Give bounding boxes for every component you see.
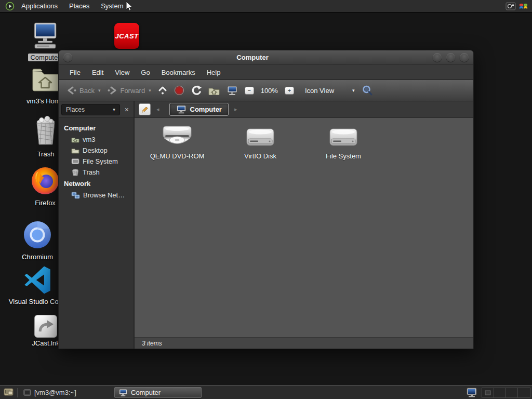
sidebar-item-desktop[interactable]: Desktop [59,145,134,156]
network-icon [71,192,80,199]
forward-dropdown-icon[interactable]: ▾ [149,88,151,93]
computer-button[interactable] [224,83,241,98]
sidebar-item-label: File System [83,157,118,165]
sidebar-pane-selector[interactable]: Places ▾ [61,104,120,115]
menu-bookmarks[interactable]: Bookmarks [156,66,201,79]
desktop-icon-label: Computer [28,54,62,61]
jcast-icon-text: JCAST [115,32,138,40]
distro-menu-icon[interactable] [4,1,16,11]
top-panel: Applications Places System [0,0,532,13]
menu-go[interactable]: Go [135,66,155,79]
menu-view[interactable]: View [109,66,135,79]
view-mode-selector[interactable]: Icon View ▾ [298,84,357,97]
workspace-monitor-icon[interactable] [466,387,477,398]
forward-arrow-icon [107,86,117,95]
task-computer[interactable]: Computer [114,387,202,398]
bottom-panel: [vm3@vm3:~] Computer [0,385,532,399]
sidebar-item-label: vm3 [83,136,96,143]
file-filesystem[interactable]: File System [312,124,375,160]
zoom-out-icon: − [245,87,254,95]
show-desktop-icon [4,388,14,397]
task-label: [vm3@vm3:~] [34,389,76,396]
sidebar-item-filesystem[interactable]: File System [59,156,134,167]
breadcrumb-label: Computer [190,105,222,113]
computer-icon [30,22,60,52]
sidebar-item-vm3[interactable]: vm3 [59,134,134,145]
menu-system[interactable]: System [95,0,129,12]
back-label: Back [79,87,95,95]
reload-button[interactable] [189,83,204,98]
stop-icon [174,85,184,96]
back-button[interactable]: Back ▾ [64,84,103,97]
workspace-switcher [482,388,530,398]
show-desktop-button[interactable] [2,387,15,398]
location-bar: ◂ Computer ▸ [135,101,473,118]
file-virtio-disk[interactable]: VirtIO Disk [229,124,291,160]
task-terminal[interactable]: [vm3@vm3:~] [20,387,107,398]
sidebar-tree: Computer vm3 Desktop File System Trash [59,118,134,201]
workspace-4[interactable] [518,388,530,397]
workspace-window-icon [485,390,491,395]
desktop-icon-label: Trash [37,150,55,158]
file-label: VirtIO Disk [244,152,276,160]
stop-button[interactable] [171,83,187,98]
pencil-icon [141,106,149,113]
desktop-icon-label: Firefox [35,199,56,207]
file-view: QEMU DVD-ROM VirtIO Disk [135,118,473,337]
chevron-down-icon: ▾ [113,107,115,112]
zoom-out-button[interactable]: − [242,84,257,97]
trash-icon [71,169,79,176]
breadcrumb-left-icon[interactable]: ◂ [155,106,161,113]
screenshot-tool-icon[interactable] [505,1,516,11]
menubar: File Edit View Go Bookmarks Help [59,65,473,79]
trash-icon [31,115,60,149]
close-button[interactable] [460,53,469,62]
desktop-icon-chromium[interactable]: Chromium [9,220,66,261]
main-pane: ◂ Computer ▸ QEMU D [135,101,473,349]
file-qemu-dvdrom[interactable]: QEMU DVD-ROM [146,124,208,160]
item-count: 3 items [142,340,162,347]
maximize-button[interactable] [446,53,455,62]
sidebar-item-browse-network[interactable]: Browse Net… [59,190,134,201]
window-menu-button[interactable] [63,53,72,62]
search-button[interactable] [359,82,376,99]
zoom-in-button[interactable]: + [282,84,297,97]
firefox-icon [30,165,60,197]
menu-applications[interactable]: Applications [16,0,63,12]
file-label: File System [326,152,361,160]
sidebar-close-button[interactable]: × [123,105,131,114]
back-arrow-icon [66,86,77,95]
edit-location-button[interactable] [139,103,151,115]
menu-edit[interactable]: Edit [86,66,109,79]
sidebar-section-network: Network [59,178,134,190]
computer-monitor-icon [227,86,238,96]
forward-button[interactable]: Forward ▾ [104,84,153,97]
sidebar-item-label: Trash [83,168,100,176]
workspace-2[interactable] [494,388,506,397]
sidebar-item-trash[interactable]: Trash [59,167,134,178]
breadcrumb-right-icon[interactable]: ▸ [233,106,239,113]
up-button[interactable] [155,83,170,98]
up-arrow-icon [158,86,167,95]
panel-separator [17,388,18,397]
breadcrumb-computer[interactable]: Computer [169,103,229,116]
monitor-icon [118,389,128,396]
drive-icon [71,158,79,165]
home-folder-icon [208,86,220,95]
titlebar[interactable]: Computer [59,50,473,65]
workspace-3[interactable] [506,388,518,397]
menu-places[interactable]: Places [63,0,95,12]
sidebar-header: Places ▾ × [59,101,134,118]
minimize-button[interactable] [433,53,442,62]
desktop-icon-vscode[interactable]: Visual Studio Code [9,266,66,305]
hard-drive-icon [242,124,279,151]
menu-file[interactable]: File [64,66,86,79]
workspace-1[interactable] [482,388,494,397]
zoom-in-icon: + [285,87,294,95]
home-button[interactable] [206,83,222,98]
file-manager-window: Computer File Edit View Go Bookmarks Hel… [58,50,474,349]
menu-help[interactable]: Help [201,66,227,79]
back-dropdown-icon[interactable]: ▾ [98,88,101,93]
folder-icon [71,147,79,154]
colorful-network-icon[interactable] [517,1,529,11]
